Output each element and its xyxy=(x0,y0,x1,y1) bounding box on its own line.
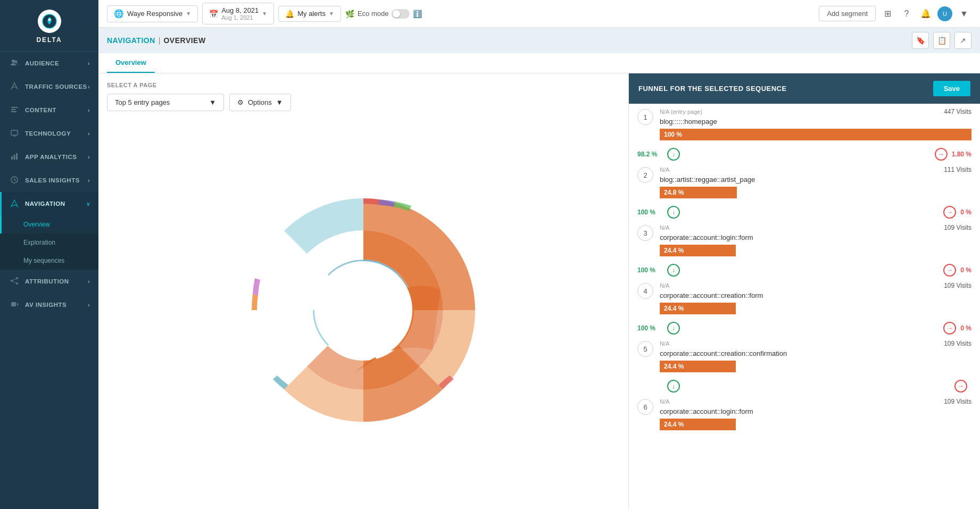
share-button[interactable]: ↗ xyxy=(954,32,971,49)
eco-mode-label: Eco mode xyxy=(358,10,389,18)
options-button[interactable]: ⚙ Options ▼ xyxy=(229,94,291,111)
step-na-5: N/A xyxy=(660,340,669,347)
svg-line-20 xyxy=(13,281,16,283)
funnel-transition-5: ↓ → xyxy=(637,377,971,394)
step-bar-container-1: 100 % xyxy=(660,129,971,140)
page-select-arrow: ▼ xyxy=(209,98,216,106)
alerts-selector[interactable]: 🔔 My alerts ▼ xyxy=(278,6,341,22)
sidebar-item-app-analytics[interactable]: APP ANALYTICS › xyxy=(0,145,98,169)
sidebar-item-audience[interactable]: AUDIENCE › xyxy=(0,52,98,75)
sidebar-item-navigation[interactable]: NAVIGATION ∨ xyxy=(0,192,98,215)
svg-point-16 xyxy=(11,280,13,282)
sidebar-item-technology[interactable]: TECHNOLOGY › xyxy=(0,122,98,145)
transition-down-pct-4: 100 % xyxy=(637,324,663,332)
sidebar-item-attribution-label: ATTRIBUTION xyxy=(25,278,69,285)
sidebar-item-traffic-label: TRAFFIC SOURCES xyxy=(25,84,87,90)
breadcrumb-bar: NAVIGATION | OVERVIEW 🔖 📋 ↗ xyxy=(98,28,980,53)
sidebar-item-my-sequences[interactable]: My sequences xyxy=(0,252,98,270)
traffic-sources-icon xyxy=(10,82,20,91)
step-name-1: blog::::::homepage xyxy=(660,118,971,126)
transition-down-pct-2: 100 % xyxy=(637,208,663,216)
sidebar-item-av-insights[interactable]: AV INSIGHTS › xyxy=(0,293,98,316)
sidebar-item-av-insights-label: AV INSIGHTS xyxy=(25,302,67,308)
sidebar-item-technology-label: TECHNOLOGY xyxy=(25,130,71,137)
help-icon[interactable]: ? xyxy=(899,6,914,21)
funnel-transition-4: 100 % ↓ → 0 % xyxy=(637,319,971,336)
transition-down-icon-4: ↓ xyxy=(667,322,680,335)
step-na-1: N/A (entry page) xyxy=(660,109,702,115)
step-number-3: 3 xyxy=(637,225,653,241)
funnel-step-6: 6 N/A 109 Visits corporate::account::log… xyxy=(637,394,971,435)
step-na-2: N/A xyxy=(660,166,669,173)
alerts-label: My alerts xyxy=(297,10,326,18)
notifications-icon[interactable]: 🔔 xyxy=(918,6,933,21)
step-visits-4: 109 Visits xyxy=(944,282,971,289)
sidebar-item-sales-insights[interactable]: SALES INSIGHTS › xyxy=(0,169,98,192)
svg-point-2 xyxy=(12,60,15,63)
sidebar-item-navigation-label: NAVIGATION xyxy=(25,201,65,207)
bookmark-button[interactable]: 🔖 xyxy=(912,32,929,49)
svg-rect-12 xyxy=(14,155,15,160)
alerts-arrow: ▼ xyxy=(329,11,334,16)
transition-right-pct-4: 0 % xyxy=(960,324,971,332)
content-chevron: › xyxy=(88,107,90,113)
controls-row: Top 5 entry pages ▼ ⚙ Options ▼ xyxy=(107,94,620,111)
panel-controls: SELECT A PAGE Top 5 entry pages ▼ ⚙ Opti… xyxy=(98,73,628,111)
date-sub: Aug 1, 2021 xyxy=(221,14,259,21)
step-visits-3: 109 Visits xyxy=(944,224,971,231)
step-name-3: corporate::account::login::form xyxy=(660,233,971,241)
user-menu-arrow[interactable]: ▼ xyxy=(957,6,971,21)
step-number-6: 6 xyxy=(637,399,653,415)
export-button[interactable]: 📋 xyxy=(933,32,950,49)
audience-icon xyxy=(10,59,20,68)
funnel-transition-3: 100 % ↓ → 0 % xyxy=(637,261,971,278)
content-area: SELECT A PAGE Top 5 entry pages ▼ ⚙ Opti… xyxy=(98,73,980,509)
transition-right-pct-1: 1.80 % xyxy=(952,151,971,158)
eco-toggle-switch[interactable] xyxy=(392,9,410,19)
add-segment-button[interactable]: Add segment xyxy=(819,6,876,21)
sidebar-item-overview[interactable]: Overview xyxy=(0,215,98,233)
step-number-1: 1 xyxy=(637,109,653,125)
funnel-step-3: 3 N/A 109 Visits corporate::account::log… xyxy=(637,220,971,261)
traffic-chevron: › xyxy=(88,84,90,90)
funnel-step-1: 1 N/A (entry page) 447 Visits blog::::::… xyxy=(637,104,971,145)
svg-rect-7 xyxy=(11,111,16,112)
step-bar-4: 24.4 % xyxy=(660,303,736,314)
attribution-chevron: › xyxy=(88,279,90,285)
app-analytics-icon xyxy=(10,152,20,162)
step-bar-container-6: 24.4 % xyxy=(660,419,971,430)
step-bar-2: 24.8 % xyxy=(660,187,737,198)
date-selector[interactable]: 📅 Aug 8, 2021 Aug 1, 2021 ▼ xyxy=(202,3,274,24)
step-visits-5: 109 Visits xyxy=(944,340,971,347)
apps-icon[interactable]: ⊞ xyxy=(880,6,895,21)
eco-mode-toggle[interactable]: 🌿 Eco mode ℹ️ xyxy=(345,9,422,19)
info-icon: ℹ️ xyxy=(413,10,422,18)
svg-rect-6 xyxy=(11,109,15,110)
sidebar-item-content[interactable]: CONTENT › xyxy=(0,98,98,122)
funnel-list: 1 N/A (entry page) 447 Visits blog::::::… xyxy=(629,104,980,509)
technology-icon xyxy=(10,129,20,138)
tab-overview[interactable]: Overview xyxy=(107,53,155,73)
sidebar-item-traffic-sources[interactable]: TRAFFIC SOURCES › xyxy=(0,75,98,98)
sidebar-item-app-analytics-label: APP ANALYTICS xyxy=(25,154,77,160)
step-meta-2: N/A 111 Visits xyxy=(660,166,971,173)
breadcrumb-nav: NAVIGATION xyxy=(107,36,155,45)
save-button[interactable]: Save xyxy=(933,81,970,96)
breadcrumb-actions: 🔖 📋 ↗ xyxy=(912,32,971,49)
step-name-6: corporate::account::login::form xyxy=(660,407,971,415)
user-avatar[interactable]: U xyxy=(937,6,952,21)
sidebar-item-exploration[interactable]: Exploration xyxy=(0,233,98,252)
step-visits-6: 109 Visits xyxy=(944,398,971,405)
sidebar-item-attribution[interactable]: ATTRIBUTION › xyxy=(0,270,98,293)
sidebar-item-content-label: CONTENT xyxy=(25,107,56,113)
page-select-dropdown[interactable]: Top 5 entry pages ▼ xyxy=(107,94,224,111)
step-na-4: N/A xyxy=(660,282,669,289)
site-selector[interactable]: 🌐 Waye Responsive ▼ xyxy=(107,5,198,22)
overview-label: Overview xyxy=(23,221,50,228)
step-bar-label-5: 24.4 % xyxy=(664,363,684,370)
sidebar-item-sales-insights-label: SALES INSIGHTS xyxy=(25,177,80,183)
step-bar-label-1: 100 % xyxy=(664,131,682,138)
transition-down-icon-2: ↓ xyxy=(667,206,680,219)
eco-icon: 🌿 xyxy=(345,10,354,18)
svg-rect-13 xyxy=(16,153,18,160)
